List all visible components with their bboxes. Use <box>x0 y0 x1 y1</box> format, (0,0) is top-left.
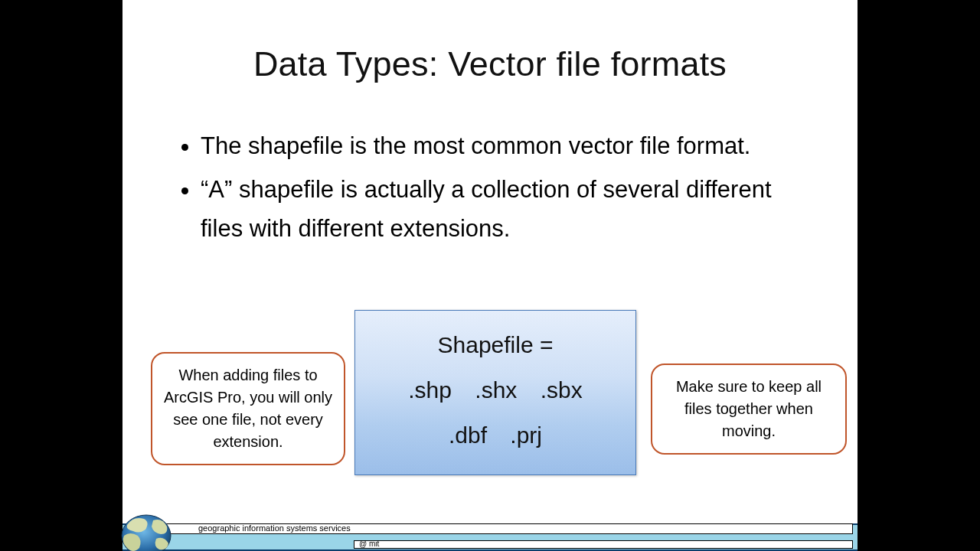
footer-strip-outer: geographic information systems services <box>165 523 853 534</box>
footer: geographic information systems services … <box>122 519 858 551</box>
footer-strip-inner: @ mit <box>354 540 853 549</box>
diagram-row: When adding files to ArcGIS Pro, you wil… <box>122 306 858 490</box>
bullet-item: “A” shapefile is actually a collection o… <box>201 170 810 248</box>
shapefile-box-title: Shapefile = <box>355 332 635 358</box>
slide-body: Data Types: Vector file formats The shap… <box>122 0 858 513</box>
footer-org: geographic information systems services <box>198 523 351 533</box>
bullet-item: The shapefile is the most common vector … <box>201 126 810 165</box>
callout-left: When adding files to ArcGIS Pro, you wil… <box>151 352 345 465</box>
shapefile-extensions-row1: .shp .shx .sbx <box>355 377 635 403</box>
slide-title: Data Types: Vector file formats <box>122 44 858 84</box>
footer-at: @ mit <box>359 540 379 548</box>
globe-icon <box>119 513 173 551</box>
bullet-list: The shapefile is the most common vector … <box>170 126 810 248</box>
shapefile-extensions-row2: .dbf .prj <box>355 422 635 448</box>
callout-right: Make sure to keep all files together whe… <box>651 364 847 455</box>
shapefile-box: Shapefile = .shp .shx .sbx .dbf .prj <box>354 310 636 475</box>
slide: Data Types: Vector file formats The shap… <box>122 0 858 551</box>
